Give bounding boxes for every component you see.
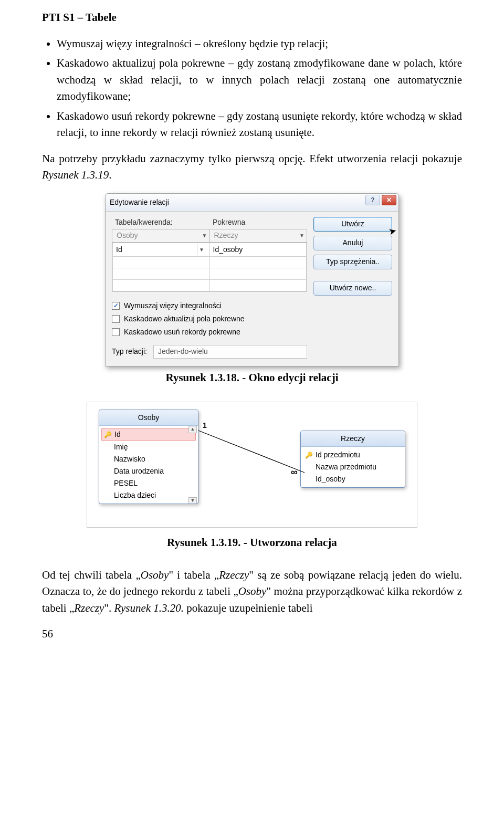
figure-caption: Rysunek 1.3.19. - Utworzona relacja [42,535,462,551]
column-label-table: Tabela/kwerenda: [112,217,209,228]
cardinality-one: 1 [203,420,207,431]
svg-line-0 [198,431,304,473]
paragraph: Od tej chwili tabela „Osoby" i tabela „R… [42,567,462,617]
relation-type-label: Typ relacji: [112,346,147,357]
empty-cell[interactable] [209,268,307,279]
cascade-delete-label: Kaskadowo usuń rekordy pokrewne [124,327,240,338]
list-item: Wymuszaj więzy integralności – określony… [57,36,462,53]
cascade-update-label: Kaskadowo aktualizuj pola pokrewne [124,313,245,324]
cancel-button[interactable]: Anuluj [313,236,392,250]
list-item: Kaskadowo aktualizuj pola pokrewne – gdy… [57,55,462,105]
bullet-list: Wymuszaj więzy integralności – określony… [57,36,462,141]
figure-caption: Rysunek 1.3.18. - Okno edycji relacji [42,370,462,386]
left-field-combo[interactable]: Id ▼ [116,244,206,255]
create-button[interactable]: Utwórz [313,217,392,232]
text-run: ". [104,602,114,614]
table-combo[interactable]: Osoby ▼ [112,229,209,243]
list-item: Kaskadowo usuń rekordy pokrewne – gdy zo… [57,108,462,141]
text-run: . [109,169,111,181]
chevron-down-icon: ▼ [202,232,207,239]
figure-ref: Rysunek 1.3.20. [114,602,184,614]
table-combo-value: Osoby [117,230,138,241]
empty-cell[interactable] [209,279,307,291]
create-new-button[interactable]: Utwórz nowe.. [313,281,392,296]
figure-edit-relation: Edytowanie relacji ? ✕ Tabela/kwerenda: … [42,193,462,366]
enforce-integrity-checkbox[interactable] [112,302,120,310]
text-run-ital: Rzeczy [74,602,104,614]
text-run: pokazuje uzupełnienie tabeli [184,602,312,614]
empty-cell[interactable] [209,256,307,268]
text-run-ital: Rzeczy [219,569,249,581]
cardinality-many: ∞ [291,465,298,479]
figure-ref: Rysunek 1.3.19 [42,169,109,181]
text-run-ital: Osoby [238,585,267,598]
column-label-related: Pokrewna [209,217,307,228]
text-run: " i tabela „ [169,569,219,581]
chevron-down-icon: ▼ [299,232,304,239]
enforce-integrity-label: Wymuszaj więzy integralności [124,300,222,311]
relation-type-value: Jeden-do-wielu [153,345,307,359]
empty-cell[interactable] [113,279,210,291]
text-run-ital: Osoby [141,569,169,581]
text-run: Na potrzeby przykładu zaznaczymy tylko p… [42,152,462,165]
page-number: 56 [42,626,462,643]
close-icon[interactable]: ✕ [382,195,396,205]
related-combo[interactable]: Rzeczy ▼ [209,229,308,243]
edit-relation-dialog: Edytowanie relacji ? ✕ Tabela/kwerenda: … [105,193,399,366]
join-fields-grid: Id ▼ Id_osoby [112,243,307,291]
dialog-titlebar: Edytowanie relacji ? ✕ [106,194,398,212]
left-field-value: Id [116,244,122,255]
join-type-button[interactable]: Typ sprzężenia.. [313,255,392,269]
figure-relation-diagram: Osoby 🔑 Id Imię Nazwisko Data urodzenia … [42,402,462,531]
help-icon[interactable]: ? [365,195,380,205]
chevron-down-icon: ▼ [197,244,206,255]
paragraph: Na potrzeby przykładu zaznaczymy tylko p… [42,151,462,184]
empty-cell[interactable] [113,256,210,268]
cascade-update-checkbox[interactable] [112,315,120,323]
page-header: PTI S1 – Tabele [42,9,462,26]
empty-cell[interactable] [113,268,210,279]
cascade-delete-checkbox[interactable] [112,328,120,336]
dialog-title-text: Edytowanie relacji [110,198,169,206]
right-field-cell[interactable]: Id_osoby [209,243,307,256]
text-run: Od tej chwili tabela „ [42,569,141,581]
related-combo-value: Rzeczy [214,230,238,241]
relation-line [94,410,410,520]
